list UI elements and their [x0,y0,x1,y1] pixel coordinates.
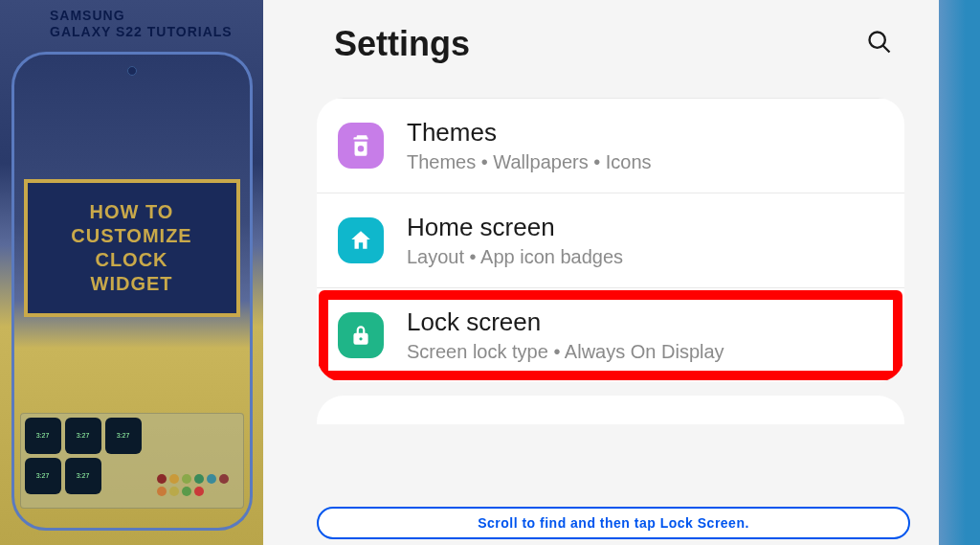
brand-line-1: SAMSUNG [50,8,263,24]
svg-line-1 [883,46,890,53]
settings-item-title: Themes [407,118,883,148]
settings-item-themes[interactable]: Themes Themes • Wallpapers • Icons [317,98,904,193]
settings-item-subtitle: Themes • Wallpapers • Icons [407,151,883,173]
settings-item-text: Lock screen Screen lock type • Always On… [407,307,883,363]
lock-icon [338,312,384,358]
settings-item-title: Lock screen [407,307,883,337]
clock-widget-preview: 3:27 [65,418,101,454]
settings-card: Themes Themes • Wallpapers • Icons Home … [317,98,904,382]
color-dot [182,487,191,496]
instruction-caption: Scroll to find and then tap Lock Screen. [317,507,910,539]
color-dot [194,487,204,496]
color-dot [182,474,191,484]
settings-item-text: Themes Themes • Wallpapers • Icons [407,118,883,173]
tutorial-title-line: CLOCK [35,248,229,272]
color-dot [169,487,179,496]
settings-screen: Settings Themes Themes • Wallpapers • [263,0,939,545]
phone-frame: HOW TO CUSTOMIZE CLOCK WIDGET 3:27 3:27 … [11,52,253,531]
settings-item-subtitle: Screen lock type • Always On Display [407,341,883,363]
clock-widget-preview: 3:27 [65,458,101,494]
search-button[interactable] [858,21,901,67]
settings-header: Settings [263,0,939,79]
tutorial-sidebar: SAMSUNG GALAXY S22 TUTORIALS HOW TO CUST… [0,0,263,545]
color-dot [194,474,204,484]
color-dot [157,474,167,484]
instruction-text: Scroll to find and then tap Lock Screen. [478,515,749,531]
clock-widget-preview: 3:27 [105,418,142,454]
tutorial-title-box: HOW TO CUSTOMIZE CLOCK WIDGET [24,179,240,317]
home-icon [338,217,384,263]
color-dot [219,474,229,484]
tutorial-title-line: WIDGET [35,272,229,296]
brand-line-2: GALAXY S22 TUTORIALS [50,24,263,40]
color-dot [207,474,216,484]
tutorial-title-line: CUSTOMIZE [35,224,229,248]
settings-item-text: Home screen Layout • App icon badges [407,213,883,268]
page-title: Settings [334,24,470,64]
settings-item-home-screen[interactable]: Home screen Layout • App icon badges [317,193,904,288]
clock-widget-preview: 3:27 [25,418,61,454]
tutorial-title-line: HOW TO [35,200,229,224]
color-dot [157,487,167,496]
settings-item-subtitle: Layout • App icon badges [407,246,883,268]
themes-icon [338,123,384,169]
clock-widget-preview: 3:27 [25,458,61,494]
color-dot [169,474,179,484]
settings-item-lock-screen[interactable]: Lock screen Screen lock type • Always On… [317,288,904,382]
svg-point-0 [870,33,885,48]
search-icon [866,29,893,56]
phone-camera-dot [127,66,137,76]
tutorial-brand: SAMSUNG GALAXY S22 TUTORIALS [0,0,263,40]
settings-item-partial[interactable] [317,396,904,424]
settings-item-title: Home screen [407,213,883,242]
widget-preview-tray: 3:27 3:27 3:27 3:27 3:27 [20,413,244,509]
color-palette [157,474,234,496]
